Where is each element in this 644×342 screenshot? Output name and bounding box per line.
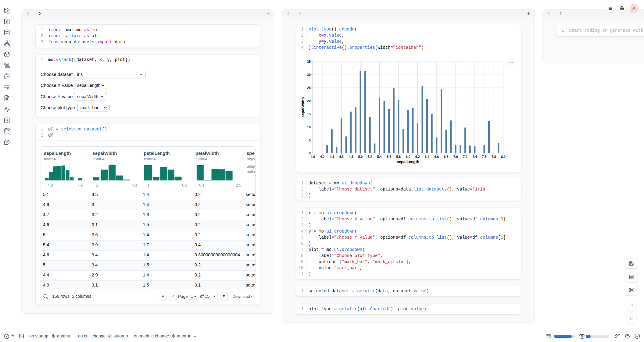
svg-text:6.0: 6.0 [406,155,410,159]
svg-text:4.0: 4.0 [310,155,315,159]
svg-text:30: 30 [307,73,311,77]
svg-text:5.4: 5.4 [377,155,382,159]
svg-text:7.0: 7.0 [453,155,458,159]
svg-text:6.6: 6.6 [434,155,439,159]
svg-text:4.4: 4.4 [329,155,334,159]
svg-text:20: 20 [307,99,311,103]
svg-text:7.8: 7.8 [491,155,496,159]
svg-text:5.0: 5.0 [358,155,363,159]
svg-text:25: 25 [307,86,311,90]
svg-text:6.4: 6.4 [425,155,429,159]
svg-text:7.6: 7.6 [482,155,486,159]
svg-text:10: 10 [307,125,311,129]
svg-text:5: 5 [309,138,310,142]
svg-text:sepalWidth: sepalWidth [301,97,305,118]
svg-text:15: 15 [307,112,311,116]
svg-text:4.6: 4.6 [339,155,344,159]
svg-text:sepalLength: sepalLength [397,160,419,164]
svg-text:5.6: 5.6 [387,155,391,159]
svg-text:7.4: 7.4 [472,155,477,159]
svg-text:7.2: 7.2 [463,155,467,159]
svg-text:0: 0 [309,151,310,155]
svg-text:8.0: 8.0 [501,155,506,159]
svg-text:5.8: 5.8 [396,155,401,159]
svg-text:5.2: 5.2 [367,155,372,159]
svg-text:35: 35 [307,60,311,63]
svg-text:4.8: 4.8 [349,155,353,159]
svg-text:4.2: 4.2 [320,155,324,159]
svg-text:6.8: 6.8 [444,155,448,159]
svg-text:6.2: 6.2 [415,155,420,159]
